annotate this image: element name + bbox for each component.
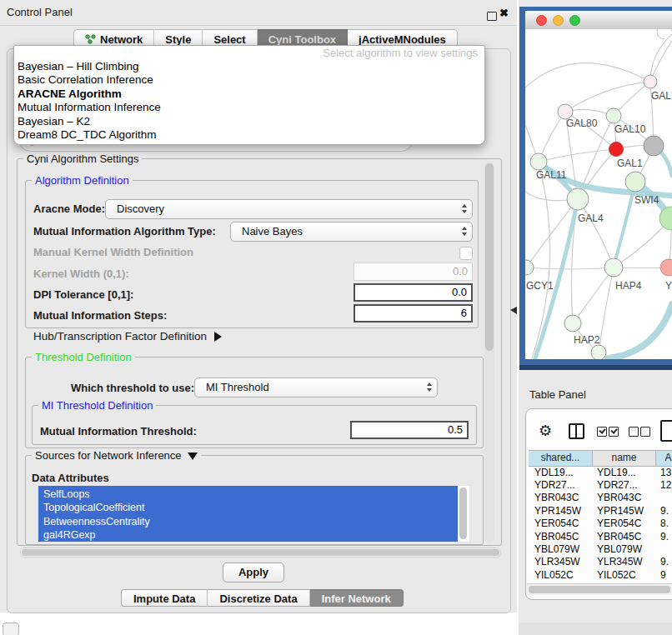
mi-threshold-legend: MI Threshold Definition <box>38 399 156 412</box>
table-row[interactable]: YDL19...YDL19...13 <box>529 466 672 478</box>
network-edge[interactable] <box>565 82 650 112</box>
table-horizontal-scrollbar-thumb[interactable] <box>529 586 670 593</box>
column-header-name[interactable]: name <box>593 451 656 466</box>
tab-label: Select <box>213 33 245 46</box>
dropdown-item-mutual-information-inference[interactable]: Mutual Information Inference <box>14 101 484 114</box>
network-window-shadow <box>519 365 672 370</box>
table-cell: 13 <box>656 467 672 478</box>
table-row[interactable]: YBR045CYBR045C9. <box>529 530 672 542</box>
hub-definition-label: Hub/Transcription Factor Definition <box>33 330 207 342</box>
table-row[interactable]: YLR345WYLR345W9. <box>529 556 672 568</box>
table-row[interactable]: YER054CYER054C8. <box>529 518 672 530</box>
table-cell: YBR043C <box>529 492 593 503</box>
table-row[interactable]: YDR27...YDR27...12 <box>529 478 672 491</box>
dropdown-item-basic-correlation-inference[interactable]: Basic Correlation Inference <box>14 73 484 87</box>
sources-legend-label: Sources for Network Inference <box>35 449 182 462</box>
network-window-titlebar[interactable] <box>525 11 672 30</box>
tab-infer-network[interactable]: Infer Network <box>310 589 404 607</box>
network-node-gal1[interactable] <box>609 142 624 157</box>
dropdown-item-dream8-dc-tdc-algorithm[interactable]: Dream8 DC_TDC Algorithm <box>14 128 484 142</box>
checkbox-checked-icon[interactable] <box>597 427 607 437</box>
network-node-gal11[interactable] <box>530 153 547 170</box>
table-rows: YDL19...YDL19...13YDR27...YDR27...12YBR0… <box>529 466 672 581</box>
dropdown-item-bayesian-hill-climbing[interactable]: Bayesian – Hill Climbing <box>14 60 484 73</box>
mi-steps-field[interactable]: 6 <box>354 304 473 322</box>
attribute-item-gal4rgexp[interactable]: gal4RGexp <box>38 528 458 542</box>
network-edge[interactable] <box>578 199 614 268</box>
close-icon[interactable]: ✖ <box>499 7 509 19</box>
which-threshold-select[interactable]: MI Threshold <box>194 378 438 398</box>
manual-kernel-checkbox[interactable] <box>459 247 473 260</box>
tab-impute-data[interactable]: Impute Data <box>121 589 208 607</box>
network-node-label-swi4: SWI4 <box>634 194 659 206</box>
settings-horizontal-scrollbar[interactable] <box>20 548 501 558</box>
mi-type-select[interactable]: Naive Bayes <box>230 222 473 242</box>
attribute-item-betweennesscentrality[interactable]: BetweennessCentrality <box>38 515 458 528</box>
aracne-mode-select[interactable]: Discovery <box>105 199 473 219</box>
network-edge[interactable] <box>657 29 672 39</box>
bottom-tab-bar: Impute DataDiscretize DataInfer Network <box>121 589 404 607</box>
table-row[interactable]: YBL079WYBL079W <box>529 542 672 555</box>
close-traffic-light-icon[interactable] <box>536 15 547 26</box>
network-edge[interactable] <box>573 268 614 323</box>
aracne-mode-value: Discovery <box>117 202 164 215</box>
mi-threshold-label: Mutual Information Threshold: <box>40 425 197 438</box>
corner-widget[interactable] <box>3 622 19 635</box>
network-node-hap2[interactable] <box>564 315 581 332</box>
network-node-swi4[interactable] <box>625 172 645 192</box>
attributes-scrollbar-thumb[interactable] <box>459 488 467 539</box>
column-header-a[interactable]: A <box>656 451 672 466</box>
network-node[interactable] <box>591 345 606 359</box>
collapse-down-icon <box>188 452 198 460</box>
column-header-shared-[interactable]: shared... <box>529 451 593 466</box>
table-cell: 9. <box>656 556 672 568</box>
attribute-item-selfloops[interactable]: SelfLoops <box>38 488 458 501</box>
minimize-traffic-light-icon[interactable] <box>553 15 564 26</box>
checkbox-checked-icon[interactable] <box>609 427 619 437</box>
mouse-cursor <box>510 307 517 314</box>
table-row[interactable]: YIL052CYIL052C9 <box>529 568 672 581</box>
tab-discretize-data[interactable]: Discretize Data <box>208 589 309 607</box>
table-panel-footer <box>519 622 672 635</box>
network-edge[interactable] <box>539 149 616 162</box>
dropdown-item-bayesian-k2[interactable]: Bayesian – K2 <box>14 115 484 128</box>
checkbox-unchecked-icon[interactable] <box>640 427 650 437</box>
page-icon[interactable] <box>660 420 672 442</box>
table-row[interactable]: YPR145WYPR145W9. <box>529 504 672 517</box>
table-row[interactable]: YBR043CYBR043C <box>529 492 672 504</box>
network-node-gal7[interactable] <box>644 75 657 88</box>
mi-type-value: Naive Bayes <box>242 225 303 238</box>
settings-vertical-scrollbar[interactable] <box>484 162 494 543</box>
settings-vertical-scrollbar-thumb[interactable] <box>485 163 494 351</box>
apply-button[interactable]: Apply <box>223 562 284 582</box>
table-panel-title: Table Panel <box>529 388 586 401</box>
dpi-tolerance-field[interactable]: 0.0 <box>354 283 473 302</box>
network-node-hap4[interactable] <box>604 258 623 277</box>
attribute-item-topologicalcoefficient[interactable]: TopologicalCoefficient <box>38 501 458 514</box>
network-node-gal4[interactable] <box>567 188 589 210</box>
hub-definition-expander[interactable]: Hub/Transcription Factor Definition <box>33 330 222 342</box>
network-node-gcy1[interactable] <box>525 260 534 275</box>
network-node-y[interactable] <box>660 259 672 276</box>
network-edge-highlighted[interactable] <box>609 304 672 358</box>
table-cell: YER054C <box>529 518 593 529</box>
sources-legend[interactable]: Sources for Network Inference <box>32 449 201 462</box>
table-cell: YLR345W <box>529 556 593 568</box>
dropdown-item-aracne-algorithm[interactable]: ARACNE Algorithm <box>14 88 484 101</box>
settings-horizontal-scrollbar-thumb[interactable] <box>22 549 499 556</box>
network-node-gal10[interactable] <box>606 108 621 123</box>
gear-icon[interactable]: ⚙ <box>539 422 552 440</box>
float-window-icon[interactable] <box>487 12 497 21</box>
mi-threshold-field[interactable]: 0.5 <box>350 421 469 439</box>
kernel-width-field[interactable]: 0.0 <box>354 262 473 281</box>
network-node[interactable] <box>644 136 664 156</box>
table-cell: 9. <box>656 505 672 517</box>
columns-icon[interactable] <box>569 423 584 439</box>
network-edge[interactable] <box>526 268 614 269</box>
zoom-traffic-light-icon[interactable] <box>569 15 580 26</box>
checkbox-unchecked-icon[interactable] <box>629 427 639 437</box>
network-view-canvas[interactable]: GAL7GAL80GAL10GAL1GAL11SWI4GAL4GCY1HAP4Y… <box>525 29 672 359</box>
network-edge[interactable] <box>599 268 614 352</box>
table-horizontal-scrollbar[interactable] <box>527 583 672 595</box>
manual-kernel-label: Manual Kernel Width Definition <box>33 246 193 258</box>
